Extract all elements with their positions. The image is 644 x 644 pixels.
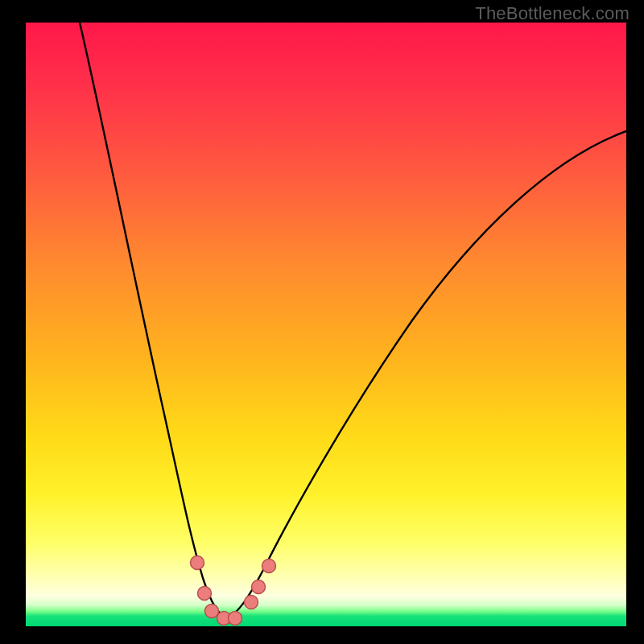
marker-dot [252,580,266,594]
marker-dot [245,596,258,609]
marker-dot [229,612,242,625]
outer-frame: TheBottleneck.com [0,0,644,644]
bottleneck-curve [80,23,626,618]
marker-dot [198,587,212,601]
marker-group [191,556,276,625]
marker-dot [205,605,219,618]
curve-svg [26,23,626,626]
plot-area [26,23,626,626]
watermark-text: TheBottleneck.com [475,3,630,24]
marker-dot [191,556,204,570]
marker-dot [262,559,276,573]
